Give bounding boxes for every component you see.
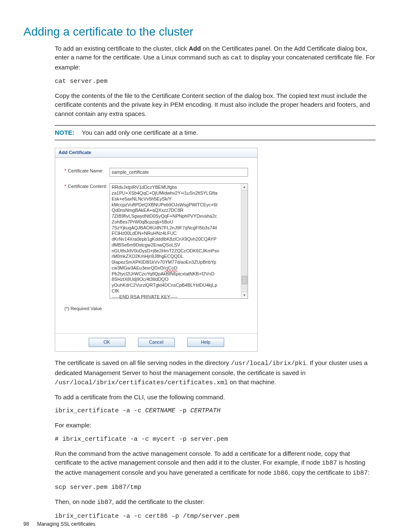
section-name: Managing SSL certificates — [37, 521, 95, 527]
body-column: To add an existing certificate to the cl… — [55, 44, 376, 522]
note-text: You can add only one certificate at a ti… — [82, 129, 198, 136]
then-paragraph: Then, on node ib87, add the certificate … — [55, 497, 376, 507]
required-asterisk: * — [64, 184, 66, 189]
command-scp: scp server.pem ib87/tmp — [55, 483, 376, 492]
scroll-up-icon[interactable]: ▴ — [241, 184, 248, 190]
text: The certificate is saved on all file ser… — [55, 359, 231, 366]
dialog-footer: OK Cancel Help — [55, 333, 257, 351]
page-title: Adding a certificate to the cluster — [23, 23, 376, 41]
path-xml: /usr/local/ibrix/certificates/certificat… — [55, 379, 228, 386]
text: To add an existing certificate to the cl… — [55, 45, 189, 52]
scroll-down-icon[interactable]: ▾ — [241, 292, 248, 298]
node-ib87: ib87 — [353, 470, 368, 477]
path-pki: /usr/local/ibrix/pki — [231, 360, 306, 367]
certificate-content-text: RRdvJxtpiRV1dDczYBEMUfgbs za1PU+XSb4QqC+… — [110, 184, 241, 298]
add-certificate-dialog: Add Certificate *Certificate Name: sampl… — [55, 148, 258, 352]
text: Run the command from the active manageme… — [55, 450, 350, 466]
run-paragraph: Run the command from the active manageme… — [55, 449, 376, 478]
copy-paragraph: Copy the contents of the file to the Cer… — [55, 91, 376, 118]
dialog-body: *Certificate Name: sample_certificate *C… — [55, 158, 257, 352]
content-label: *Certificate Content: — [64, 183, 110, 190]
certificate-content-input[interactable]: RRdvJxtpiRV1dDczYBEMUfgbs za1PU+XSb4QqC+… — [110, 183, 248, 299]
page-footer: 98 Managing SSL certificates — [23, 521, 95, 528]
add-label: Add — [189, 45, 201, 52]
saved-paragraph: The certificate is saved on all file ser… — [55, 358, 376, 387]
command-template: ibrix_certificate -a -c CERTNAME -p CERT… — [55, 406, 376, 416]
node-ib87: ib87 — [97, 499, 112, 506]
note-box: NOTE: You can add only one certificate a… — [55, 125, 376, 140]
command-example: # ibrix_certificate -a -c mycert -p serv… — [55, 435, 376, 444]
intro-paragraph: To add an existing certificate to the cl… — [55, 44, 376, 72]
text: , copy the certificate to — [288, 469, 353, 476]
text: on that machine. — [228, 378, 276, 386]
scroll-thumb[interactable] — [242, 276, 247, 284]
node-ib86: ib86 — [273, 470, 288, 477]
required-asterisk: * — [64, 168, 66, 173]
name-row: *Certificate Name: sample_certificate — [64, 168, 248, 177]
text: : — [368, 469, 369, 476]
page: Adding a certificate to the cluster To a… — [0, 0, 399, 532]
cli-paragraph: To add a certificate from the CLI, use t… — [55, 393, 376, 402]
command-cat: cat server.pem — [55, 77, 376, 86]
required-note: (*) Required Value — [64, 306, 248, 312]
scrollbar[interactable]: ▴ ▾ — [241, 184, 248, 298]
node-ib87: ib87 — [322, 460, 337, 467]
ok-button[interactable]: OK — [89, 338, 125, 347]
note-label: NOTE: — [55, 129, 74, 136]
example-label: For example: — [55, 421, 376, 430]
cmd-cat: cat — [231, 54, 242, 62]
dialog-title: Add Certificate — [55, 148, 257, 158]
text: , add the certificate to the cluster: — [112, 498, 205, 505]
page-number: 98 — [23, 521, 29, 527]
command-add-cert86: ibrix_certificate -a -c cert86 –p /tmp/s… — [55, 512, 376, 521]
content-row: *Certificate Content: RRdvJxtpiRV1dDczYB… — [64, 183, 248, 299]
certificate-name-input[interactable]: sample_certificate — [110, 168, 248, 177]
label-text: Certificate Content: — [68, 184, 107, 189]
text: Then, on node — [55, 498, 97, 505]
label-text: Certificate Name: — [68, 168, 103, 173]
cancel-button[interactable]: Cancel — [138, 338, 175, 347]
help-button[interactable]: Help — [187, 338, 224, 347]
name-label: *Certificate Name: — [64, 168, 110, 175]
